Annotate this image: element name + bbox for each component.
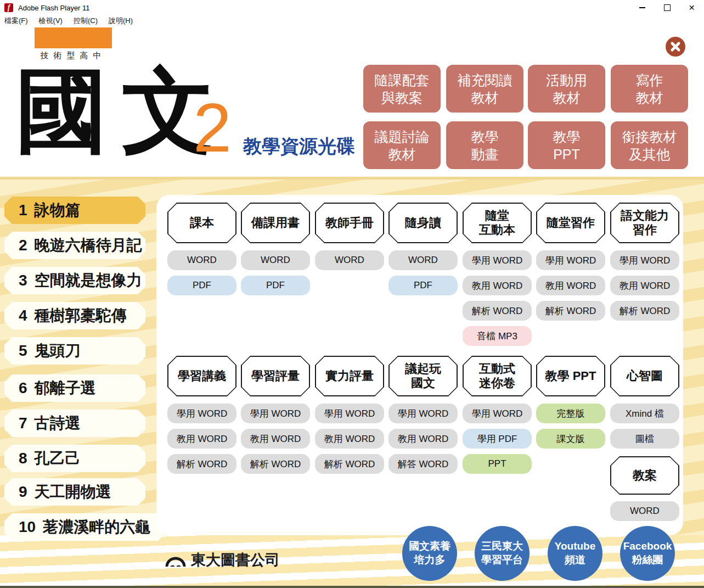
maximize-button[interactable] [655, 0, 679, 15]
column-study-assessment: 學習評量 學用 WORD 教用 WORD 解析 WORD [241, 356, 310, 479]
file-button[interactable]: 解答 WORD [388, 454, 458, 474]
column-header: 課本 [167, 203, 236, 243]
file-button[interactable]: 學用 WORD [610, 250, 679, 270]
close-window-button[interactable]: ✕ [679, 0, 704, 15]
lesson-number: 8 [19, 450, 27, 467]
header-area: 技術型高中 國文 2 教學資源光碟 隨課配套 與教案 補充閱讀 教材 活動用 教… [0, 26, 704, 177]
sidebar-item-lesson-10[interactable]: 10 荖濃溪畔的六龜 [4, 513, 166, 541]
file-button[interactable]: 教用 WORD [463, 276, 532, 295]
menu-bar: 檔案(F) 檢視(V) 控制(C) 說明(H) [0, 15, 704, 27]
sidebar-item-lesson-9[interactable]: 9 天工開物選 [4, 478, 145, 506]
file-button[interactable]: 學用 WORD [536, 250, 605, 270]
file-button[interactable]: 解析 WORD [536, 301, 605, 321]
file-button[interactable]: WORD [241, 250, 310, 270]
link-chinese-literacy[interactable]: 國文素養 培力多 [402, 526, 457, 581]
column-lesson-prep-book: 備課用書 WORD PDF [241, 203, 310, 301]
lesson-title: 荖濃溪畔的六龜 [43, 517, 150, 537]
link-facebook-fanpage[interactable]: Facebook 粉絲團 [620, 526, 675, 581]
file-button[interactable]: 學用 WORD [315, 404, 384, 423]
column-header: 隨堂習作 [536, 203, 605, 243]
lesson-title: 空間就是想像力 [35, 270, 142, 291]
menu-file[interactable]: 檔案(F) [4, 16, 28, 26]
file-button[interactable]: PDF [167, 276, 236, 295]
nav-button-topic-discussion[interactable]: 議題討論 教材 [363, 121, 441, 169]
file-button[interactable]: 解析 WORD [463, 301, 532, 321]
file-button[interactable]: Xmind 檔 [610, 404, 679, 423]
sidebar-item-lesson-5[interactable]: 5 鬼頭刀 [4, 337, 145, 365]
column-header: 心智圖 [610, 356, 679, 396]
file-button[interactable]: 教用 WORD [610, 276, 679, 295]
sidebar-item-lesson-2[interactable]: 2 晚遊六橋待月記 [4, 232, 145, 259]
minimize-button[interactable] [630, 0, 655, 15]
nav-button-activity-materials[interactable]: 活動用 教材 [528, 65, 605, 113]
lesson-number: 2 [19, 237, 27, 254]
menu-view[interactable]: 檢視(V) [39, 16, 63, 26]
sidebar-item-lesson-4[interactable]: 4 種樹郭橐駝傳 [4, 302, 145, 329]
file-button[interactable]: 教用 WORD [167, 429, 236, 449]
link-youtube-channel[interactable]: Youtube 頻道 [548, 526, 602, 581]
file-button[interactable]: 解析 WORD [610, 301, 679, 321]
lesson-title: 鬼頭刀 [35, 340, 81, 361]
file-button[interactable]: 學用 WORD [463, 404, 532, 423]
lesson-title: 天工開物選 [35, 481, 111, 502]
file-button[interactable]: 解析 WORD [167, 454, 236, 474]
lesson-number: 4 [19, 307, 27, 324]
column-pocket-reader: 隨身讀 WORD PDF [388, 203, 458, 301]
flash-app-icon: f [4, 3, 13, 12]
arch-icon [165, 552, 187, 569]
sidebar-item-lesson-7[interactable]: 7 古詩選 [4, 410, 145, 437]
file-button[interactable]: PDF [241, 276, 310, 295]
file-button[interactable]: 學用 WORD [463, 250, 532, 270]
file-button[interactable]: 音檔 MP3 [463, 326, 532, 346]
column-header: 互動式 迷你卷 [463, 356, 532, 396]
column-header: 隨堂 互動本 [463, 203, 532, 243]
column-header: 實力評量 [315, 356, 384, 396]
column-language-ability-exercise: 語文能力 習作 學用 WORD 教用 WORD 解析 WORD [610, 203, 679, 326]
lesson-number: 10 [19, 518, 36, 536]
nav-button-writing-materials[interactable]: 寫作 教材 [611, 65, 688, 113]
file-button[interactable]: 教用 WORD [388, 429, 458, 449]
file-button[interactable]: WORD [610, 501, 679, 521]
file-button[interactable]: 教用 WORD [315, 429, 384, 449]
subtitle: 教學資源光碟 [243, 134, 355, 159]
column-header: 備課用書 [241, 203, 310, 243]
file-button[interactable]: 教用 WORD [241, 429, 310, 449]
nav-button-supplementary-reading[interactable]: 補充閱讀 教材 [446, 65, 523, 113]
lesson-title: 古詩選 [35, 413, 81, 434]
column-header: 學習講義 [167, 356, 236, 396]
nav-button-bridging-materials[interactable]: 銜接教材 及其他 [611, 121, 688, 169]
file-button[interactable]: WORD [167, 250, 236, 270]
nav-button-teaching-animation[interactable]: 教學 動畫 [446, 121, 523, 169]
file-button[interactable]: 圖檔 [610, 429, 679, 449]
file-button[interactable]: 學用 WORD [167, 404, 236, 423]
file-button[interactable]: 教用 WORD [536, 276, 605, 295]
link-learning-platform[interactable]: 三民東大 學習平台 [475, 526, 530, 581]
app-close-button[interactable] [666, 37, 685, 57]
file-button[interactable]: 完整版 [536, 404, 605, 423]
sidebar-item-lesson-3[interactable]: 3 空間就是想像力 [4, 267, 145, 294]
file-button[interactable]: PPT [463, 454, 532, 474]
file-button[interactable]: PDF [388, 276, 458, 295]
file-button[interactable]: 解析 WORD [315, 454, 384, 474]
maximize-icon [664, 4, 671, 11]
file-button[interactable]: WORD [315, 250, 384, 270]
publisher-logo: 東大圖書公司 [165, 550, 280, 570]
file-button[interactable]: 課文版 [536, 429, 605, 449]
nav-button-companion-lesson-plans[interactable]: 隨課配套 與教案 [363, 65, 441, 113]
file-button[interactable]: 學用 WORD [241, 404, 310, 423]
menu-help[interactable]: 說明(H) [109, 16, 133, 26]
menu-control[interactable]: 控制(C) [74, 16, 98, 26]
sidebar-item-lesson-8[interactable]: 8 孔乙己 [4, 445, 145, 472]
sidebar-item-lesson-6[interactable]: 6 郁離子選 [4, 374, 145, 402]
lesson-number: 7 [19, 415, 27, 432]
column-header: 隨身讀 [388, 203, 458, 243]
file-button[interactable]: 學用 PDF [463, 429, 532, 449]
nav-button-teaching-ppt[interactable]: 教學 PPT [528, 121, 605, 169]
column-header: 議起玩 國文 [388, 356, 458, 396]
file-button[interactable]: WORD [388, 250, 458, 270]
file-button[interactable]: 學用 WORD [388, 404, 458, 423]
column-interactive-workbook: 隨堂 互動本 學用 WORD 教用 WORD 解析 WORD 音檔 MP3 [463, 203, 532, 351]
sidebar-item-lesson-1[interactable]: 1 詠物篇 [4, 197, 145, 224]
column-header: 教學 PPT [536, 356, 605, 396]
file-button[interactable]: 解析 WORD [241, 454, 310, 474]
